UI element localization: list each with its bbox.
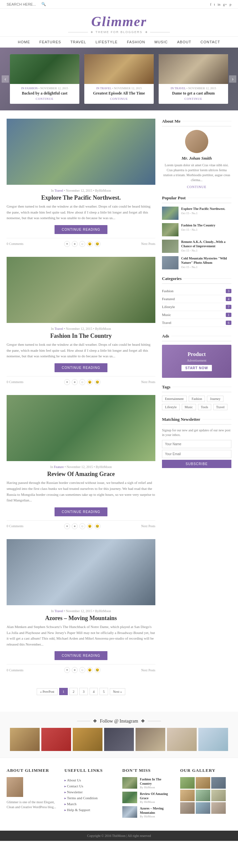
footer-link-5[interactable]: March [64,801,116,807]
category-item-5[interactable]: Travel 6 [162,319,231,327]
nav-link-travel[interactable]: TRAVEL [66,37,91,47]
react-5[interactable]: 😢 [94,379,100,385]
footer-link-6[interactable]: Help & Support [64,807,116,813]
react-3[interactable]: ☺ [79,667,85,673]
nav-link-music[interactable]: MUSIC [150,37,172,47]
react-4[interactable]: 😮 [87,241,93,247]
react-2[interactable]: ★ [72,241,78,247]
tag-2[interactable]: Fashion [189,396,205,402]
twitter-icon[interactable]: t [214,2,215,6]
ig-image-3[interactable] [73,728,102,751]
react-3[interactable]: ☺ [79,379,85,385]
ads-button[interactable]: START NOW [181,365,212,371]
footer-dontmiss-col: Don't Miss Fashion In The Country By Hit… [122,768,174,821]
post-continue-btn-4[interactable]: CONTINUE READING [55,651,108,660]
pinterest-icon[interactable]: p [230,2,232,6]
prev-page[interactable]: « PrevPost [37,688,58,695]
react-2[interactable]: ★ [72,523,78,529]
tag-5[interactable]: Music [182,404,196,410]
nav-link-contact[interactable]: CONTACT [196,37,225,47]
ads-banner[interactable]: Product Advertisement START NOW [162,345,231,378]
tag-1[interactable]: Entertainment [162,396,187,402]
slide-continue-2[interactable]: CONTINUE [88,97,150,100]
post-category-link-2[interactable]: Travel [55,327,63,331]
slider-prev[interactable]: ‹ [2,75,9,83]
footer-link-2[interactable]: Contact Us [64,783,116,789]
ig-image-7[interactable] [198,728,228,751]
facebook-icon[interactable]: f [210,2,211,6]
post-category-link-3[interactable]: Feature [54,465,64,469]
category-item-1[interactable]: Fashion 3 [162,287,231,295]
post-category-link-4[interactable]: Travel [55,609,63,613]
page-3[interactable]: 3 [79,688,88,695]
react-4[interactable]: 😮 [87,523,93,529]
slide-continue-1[interactable]: CONTINUE [13,97,76,100]
nav-link-fashion[interactable]: FASHION [122,37,150,47]
gallery-img-2[interactable] [196,777,210,789]
page-2[interactable]: 2 [69,688,78,695]
tag-3[interactable]: Journey [207,396,224,402]
gallery-img-7[interactable] [180,802,195,814]
tag-7[interactable]: Travel [213,404,228,410]
nav-link-about[interactable]: ABOUT [173,37,196,47]
react-1[interactable]: ♥ [64,379,70,385]
post-category-link-1[interactable]: Travel [55,189,63,192]
page-1[interactable]: 1 [59,688,68,695]
next-page[interactable]: Next » [110,688,125,695]
page-4[interactable]: 4 [90,688,98,695]
react-2[interactable]: ★ [72,667,78,673]
react-3[interactable]: ☺ [79,241,85,247]
gallery-img-3[interactable] [211,777,226,789]
react-4[interactable]: 😮 [87,667,93,673]
react-3[interactable]: ☺ [79,523,85,529]
gallery-img-6[interactable] [211,790,226,801]
post-continue-btn-3[interactable]: CONTINUE READING [55,507,108,516]
react-1[interactable]: ♥ [64,667,70,673]
ig-image-6[interactable] [167,728,197,751]
gallery-img-1[interactable] [180,777,195,789]
react-4[interactable]: 😮 [87,379,93,385]
site-logo[interactable]: Glimmer [0,13,238,29]
react-1[interactable]: ♥ [64,241,70,247]
slide-content-3: In Travel • November 12, 2015 Dame to ge… [159,84,228,104]
pp-meta-4: Oct 15 - No.1 [181,266,231,269]
search-icon[interactable]: 🔍 [41,2,46,6]
gallery-img-9[interactable] [211,802,226,814]
post-continue-btn-1[interactable]: CONTINUE READING [55,225,108,234]
newsletter-email-input[interactable] [162,450,231,458]
category-item-4[interactable]: Music 1 [162,311,231,319]
react-5[interactable]: 😢 [94,241,100,247]
category-item-2[interactable]: Featured 4 [162,295,231,303]
slider-next[interactable]: › [229,75,236,83]
about-continue[interactable]: Continue [162,185,231,189]
nav-link-lifestyle[interactable]: LIFESTYLE [91,37,122,47]
search-bar[interactable]: 🔍 [7,2,46,6]
gallery-img-5[interactable] [196,790,210,801]
ig-image-1[interactable] [10,728,40,751]
post-continue-btn-2[interactable]: CONTINUE READING [55,363,108,372]
googleplus-icon[interactable]: g+ [223,2,227,6]
nav-link-features[interactable]: FEATURES [35,37,66,47]
react-5[interactable]: 😢 [94,523,100,529]
ig-image-2[interactable] [41,728,71,751]
ig-image-4[interactable] [104,728,134,751]
footer-link-1[interactable]: About Us [64,777,116,783]
react-2[interactable]: ★ [72,379,78,385]
ig-image-5[interactable] [136,728,165,751]
react-1[interactable]: ♥ [64,523,70,529]
newsletter-subscribe-button[interactable]: SUBSCRIBE [162,460,231,468]
page-5[interactable]: 5 [99,688,108,695]
tag-6[interactable]: Tools [198,404,211,410]
newsletter-name-input[interactable] [162,440,231,448]
category-item-3[interactable]: Lifestyle 7 [162,303,231,311]
gallery-img-4[interactable] [180,790,195,801]
slide-continue-3[interactable]: CONTINUE [162,97,225,100]
footer-link-3[interactable]: Newsletter [64,789,116,795]
react-5[interactable]: 😢 [94,667,100,673]
gallery-img-8[interactable] [196,802,210,814]
tag-4[interactable]: Lifestyle [162,404,180,410]
footer-link-4[interactable]: Terms and Condition [64,795,116,801]
search-input[interactable] [7,2,40,6]
linkedin-icon[interactable]: in [217,2,220,6]
nav-link-home[interactable]: HOME [13,37,35,47]
